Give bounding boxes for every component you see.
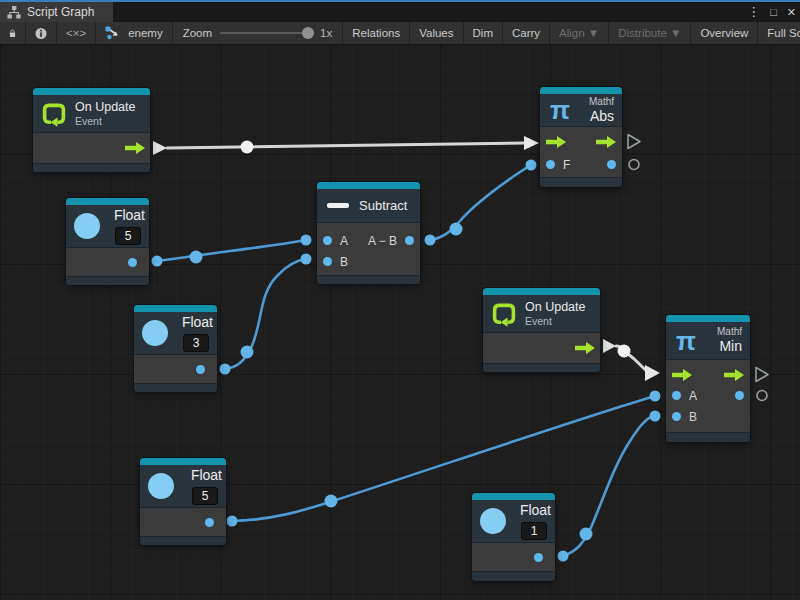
node-title: Float [114,207,145,224]
node-footer [140,536,226,545]
port-right [205,518,214,527]
node-titles: Float5 [114,207,145,245]
wire-dot [301,254,312,265]
port-right [596,135,616,149]
wire-dot [241,141,254,154]
exec-arrow-icon[interactable] [596,135,616,149]
wire-subtract-abs-f [425,160,537,246]
node-header: Float3 [134,312,217,355]
node-float-3[interactable]: Float3 [134,305,217,392]
value-field[interactable]: 5 [115,227,141,245]
port-label: F [563,158,570,172]
value-outline-circle[interactable] [629,160,639,170]
wire-path[interactable] [167,143,524,148]
wire-float5a-subtract-a [152,235,312,267]
loop-icon [41,101,67,127]
node-float-5b[interactable]: Float5 [140,458,226,545]
input-port[interactable] [672,391,681,400]
wire-dot [325,495,338,508]
input-port[interactable] [546,160,555,169]
exec-arrow-icon[interactable] [125,141,145,155]
value-outline-circle[interactable] [757,391,767,401]
node-on-update-1[interactable]: On UpdateEvent [33,88,150,172]
output-port[interactable] [534,553,543,562]
float-circle-icon [148,473,174,499]
node-body [140,508,226,536]
node-header: Subtract [317,189,420,223]
node-footer [33,163,150,172]
exec-arrow-icon[interactable] [546,135,566,149]
value-field[interactable]: 5 [192,487,218,505]
node-row: B [666,406,750,427]
float-circle-icon [142,320,168,346]
node-header: On UpdateEvent [33,95,150,133]
wire-dot [650,391,661,402]
node-float-1[interactable]: Float1 [472,493,555,581]
node-accent-bar [666,315,750,322]
exec-arrow-icon[interactable] [672,368,692,382]
output-port[interactable] [735,391,744,400]
node-body [472,543,555,571]
output-port[interactable] [205,518,214,527]
wire-path[interactable] [563,416,655,556]
port-right [534,553,543,562]
wire-float5b-min-a [227,391,661,527]
value-field[interactable]: 3 [183,334,209,352]
output-port[interactable] [196,365,205,374]
pi-icon: π [550,97,570,123]
exec-arrow-head [645,365,660,381]
input-port[interactable] [323,257,332,266]
node-abs[interactable]: πMathfAbsF [540,87,622,187]
node-on-update-2[interactable]: On UpdateEvent [483,288,600,372]
exec-arrow-icon[interactable] [575,341,595,355]
value-field[interactable]: 1 [521,522,547,540]
node-footer [540,177,622,187]
node-subtract[interactable]: SubtractAA − BB [317,182,420,284]
port-right [128,258,137,267]
node-body [66,248,149,276]
pi-icon: π [676,328,696,354]
node-titles: On UpdateEvent [75,100,135,128]
node-title: On Update [75,100,135,115]
node-titles: MathfAbs [589,96,614,125]
input-port[interactable] [323,236,332,245]
exec-outline-triangle[interactable] [756,368,768,382]
wire-path[interactable] [225,259,306,369]
port-left [546,135,566,149]
node-title: Abs [590,108,614,125]
wire-dot [526,160,537,171]
node-header: On UpdateEvent [483,295,600,333]
port-right [724,368,744,382]
node-body [483,333,600,363]
node-titles: Float3 [182,314,213,352]
node-body: F [540,127,622,177]
input-port[interactable] [672,412,681,421]
wire-dot [227,516,238,527]
node-header: Float5 [140,465,226,508]
output-port[interactable] [128,258,137,267]
wire-dot [241,346,254,359]
node-footer [472,571,555,581]
node-title: Float [191,467,222,484]
node-accent-bar [483,288,600,295]
exec-arrow-icon[interactable] [724,368,744,382]
loop-icon [491,301,517,327]
node-row [666,364,750,385]
node-subtitle: Event [525,315,585,328]
exec-outline-triangle[interactable] [628,135,640,149]
wire-path[interactable] [157,240,306,261]
output-port[interactable] [405,236,414,245]
node-body: AB [666,360,750,432]
wire-dot [425,235,436,246]
output-port[interactable] [607,160,616,169]
node-float-5a[interactable]: Float5 [66,198,149,285]
node-row [134,355,217,383]
wire-path[interactable] [232,396,655,521]
wire-path[interactable] [430,165,531,240]
port-left: B [323,255,348,269]
node-body [33,133,150,163]
node-row [483,333,600,363]
node-min[interactable]: πMathfMinAB [666,315,750,442]
node-header: πMathfMin [666,322,750,360]
node-accent-bar [472,493,555,500]
